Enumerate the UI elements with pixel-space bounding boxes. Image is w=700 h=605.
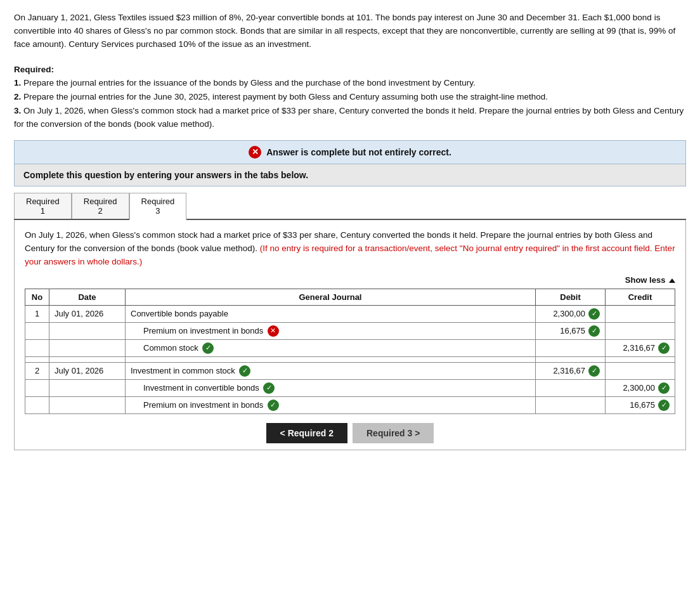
row-date xyxy=(49,339,126,356)
credit-check-icon: ✓ xyxy=(658,342,670,354)
row-account[interactable]: Premium on investment in bonds ✓ xyxy=(126,396,536,413)
show-less-arrow-icon xyxy=(669,278,675,283)
row-no xyxy=(25,396,49,413)
account-check-icon: ✓ xyxy=(239,365,250,377)
required-item-2: 2. Prepare the journal entries for the J… xyxy=(14,90,686,104)
answer-status-text: Answer is complete but not entirely corr… xyxy=(266,147,451,157)
row-account[interactable]: Investment in convertible bonds ✓ xyxy=(126,379,536,396)
row-date: July 01, 2026 xyxy=(49,362,126,379)
row-date xyxy=(49,322,126,339)
debit-value: 16,675 xyxy=(560,326,585,335)
row-no: 1 xyxy=(25,305,49,322)
row-no xyxy=(25,322,49,339)
row-credit[interactable]: 2,300,00 ✓ xyxy=(606,379,675,396)
row-date: July 01, 2026 xyxy=(49,305,126,322)
row-no xyxy=(25,379,49,396)
row-debit[interactable]: 2,300,00 ✓ xyxy=(536,305,606,322)
credit-value: 16,675 xyxy=(630,400,655,410)
required-item-1: 1. Prepare the journal entries for the i… xyxy=(14,76,686,90)
table-row: Investment in convertible bonds ✓ 2,300,… xyxy=(25,379,675,396)
tab-required-3[interactable]: Required3 xyxy=(129,193,187,220)
row-credit[interactable] xyxy=(606,322,675,339)
row-date xyxy=(49,396,126,413)
row-debit[interactable]: 16,675 ✓ xyxy=(536,322,606,339)
back-to-required-2-button[interactable]: < Required 2 xyxy=(266,423,347,443)
account-check-icon: ✓ xyxy=(263,382,275,394)
credit-value: 2,316,67 xyxy=(623,343,655,353)
row-no: 2 xyxy=(25,362,49,379)
header-debit: Debit xyxy=(536,289,606,305)
table-row: Common stock ✓ 2,316,67 ✓ xyxy=(25,339,675,356)
account-check-icon: ✓ xyxy=(268,400,279,411)
tab-description: On July 1, 2026, when Gless's common sto… xyxy=(25,229,675,269)
row-account[interactable]: Common stock ✓ xyxy=(126,339,536,356)
debit-value: 2,300,00 xyxy=(553,309,585,318)
complete-instruction-text: Complete this question by entering your … xyxy=(23,170,308,180)
table-row: 2 July 01, 2026 Investment in common sto… xyxy=(25,362,675,379)
tab-required-1[interactable]: Required1 xyxy=(14,193,72,219)
required-label: Required: xyxy=(14,65,54,74)
row-credit[interactable] xyxy=(606,305,675,322)
intro-text: On January 1, 2021, Gless Textiles issue… xyxy=(14,13,675,49)
row-debit[interactable] xyxy=(536,396,606,413)
show-less-label[interactable]: Show less xyxy=(625,275,666,285)
table-row: 1 July 01, 2026 Convertible bonds payabl… xyxy=(25,305,675,322)
row-account[interactable]: Convertible bonds payable xyxy=(126,305,536,322)
row-debit[interactable] xyxy=(536,379,606,396)
table-row: Premium on investment in bonds ✕ 16,675 … xyxy=(25,322,675,339)
account-check-icon: ✓ xyxy=(202,342,214,354)
credit-check-icon: ✓ xyxy=(658,382,670,394)
credit-value: 2,300,00 xyxy=(623,383,655,393)
row-debit[interactable]: 2,316,67 ✓ xyxy=(536,362,606,379)
row-credit[interactable] xyxy=(606,362,675,379)
row-no xyxy=(25,339,49,356)
required-item-3: 3. On July 1, 2026, when Gless's common … xyxy=(14,104,686,131)
tab-required-2[interactable]: Required2 xyxy=(72,193,129,219)
debit-check-icon: ✓ xyxy=(588,308,600,320)
incorrect-icon: ✕ xyxy=(249,146,261,159)
debit-check-icon: ✓ xyxy=(588,365,600,377)
tabs-container: Required1 Required2 Required3 xyxy=(14,193,686,220)
debit-value: 2,316,67 xyxy=(553,366,585,375)
tab-content-required-3: On July 1, 2026, when Gless's common sto… xyxy=(14,220,686,450)
answer-status-box: ✕ Answer is complete but not entirely co… xyxy=(14,140,686,164)
intro-paragraph: On January 1, 2021, Gless Textiles issue… xyxy=(14,11,686,51)
row-check-red-icon: ✕ xyxy=(268,325,279,337)
table-row: Premium on investment in bonds ✓ 16,675 … xyxy=(25,396,675,413)
header-date: Date xyxy=(49,289,126,305)
debit-check-icon: ✓ xyxy=(588,325,600,337)
header-credit: Credit xyxy=(606,289,675,305)
required-section: Required: 1. Prepare the journal entries… xyxy=(14,63,686,131)
forward-to-required-3-button[interactable]: Required 3 > xyxy=(353,423,434,443)
table-row-spacer xyxy=(25,356,675,362)
complete-instruction-box: Complete this question by entering your … xyxy=(14,164,686,186)
journal-table: No Date General Journal Debit Credit 1 J… xyxy=(25,289,675,414)
row-credit[interactable]: 2,316,67 ✓ xyxy=(606,339,675,356)
row-debit[interactable] xyxy=(536,339,606,356)
show-less-control[interactable]: Show less xyxy=(25,275,675,285)
header-no: No xyxy=(25,289,49,305)
row-account[interactable]: Premium on investment in bonds ✕ xyxy=(126,322,536,339)
credit-check-icon: ✓ xyxy=(658,400,670,411)
row-account[interactable]: Investment in common stock ✓ xyxy=(126,362,536,379)
row-credit[interactable]: 16,675 ✓ xyxy=(606,396,675,413)
row-date xyxy=(49,379,126,396)
nav-buttons-container: < Required 2 Required 3 > xyxy=(25,423,675,443)
header-general-journal: General Journal xyxy=(126,289,536,305)
